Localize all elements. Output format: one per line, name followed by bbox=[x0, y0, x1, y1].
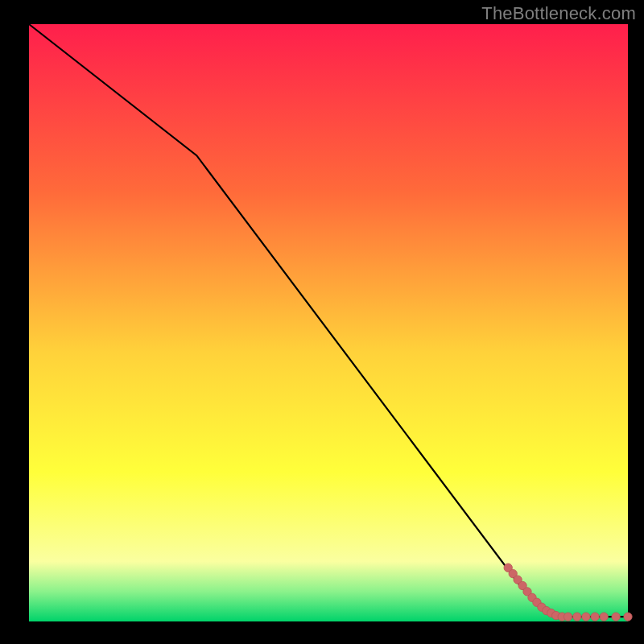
sample-point bbox=[612, 613, 620, 621]
chart-stage: TheBottleneck.com bbox=[0, 0, 644, 644]
sample-point bbox=[600, 613, 608, 621]
plot-background bbox=[29, 24, 628, 621]
sample-point bbox=[564, 613, 572, 621]
sample-point bbox=[582, 613, 590, 621]
sample-point bbox=[591, 613, 599, 621]
sample-point bbox=[624, 613, 632, 621]
bottleneck-chart bbox=[0, 0, 644, 644]
sample-point bbox=[573, 613, 581, 621]
attribution-label: TheBottleneck.com bbox=[481, 3, 636, 24]
